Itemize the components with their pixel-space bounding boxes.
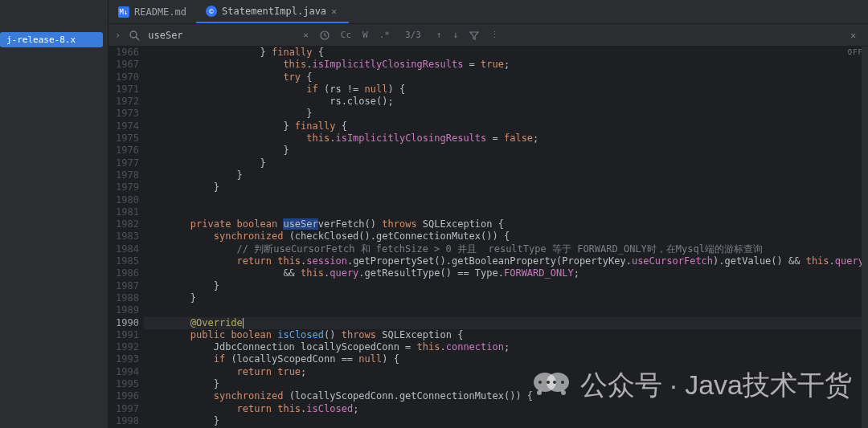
- code-line[interactable]: return this.session.getPropertySet().get…: [144, 255, 868, 267]
- sidebar: j-release-8.x: [0, 0, 108, 428]
- line-number: 1987: [108, 280, 139, 292]
- code-line[interactable]: synchronized (locallyScopedConn.getConne…: [144, 390, 868, 402]
- line-number: 1997: [108, 403, 139, 415]
- search-count: 3/3: [405, 30, 421, 40]
- code-line[interactable]: if (rs != null) {: [144, 84, 868, 96]
- svg-point-0: [130, 31, 137, 38]
- line-number: 1977: [108, 157, 139, 169]
- filter-icon[interactable]: [467, 29, 481, 42]
- code-line[interactable]: @Override: [144, 317, 868, 329]
- line-number: 1978: [108, 169, 139, 181]
- code-line[interactable]: && this.query.getResultType() == Type.FO…: [144, 267, 868, 279]
- tab-bar: M↓ README.md © StatementImpl.java ✕: [108, 0, 868, 24]
- line-number: 1994: [108, 366, 139, 378]
- line-number: 1972: [108, 96, 139, 108]
- code-line[interactable]: return true;: [144, 366, 868, 378]
- regex-button[interactable]: .*: [377, 28, 392, 42]
- line-number: 1984: [108, 243, 139, 255]
- line-number: 1974: [108, 120, 139, 132]
- tab-readme[interactable]: M↓ README.md: [108, 0, 196, 23]
- editor[interactable]: 1966196719701971197219731974197519761977…: [108, 47, 868, 428]
- chevron-right-icon[interactable]: ›: [115, 30, 121, 41]
- line-number: 1980: [108, 194, 139, 206]
- line-number: 1970: [108, 71, 139, 84]
- tab-statementimpl[interactable]: © StatementImpl.java ✕: [196, 0, 349, 23]
- svg-line-1: [136, 37, 139, 40]
- java-icon: ©: [206, 6, 217, 17]
- markdown-icon: M↓: [118, 6, 129, 18]
- code-line[interactable]: rs.close();: [144, 96, 868, 108]
- code-line[interactable]: this.isImplicitlyClosingResults = true;: [144, 59, 868, 71]
- code-line[interactable]: [144, 206, 868, 218]
- line-number: 1991: [108, 329, 139, 341]
- line-number: 1989: [108, 304, 139, 316]
- line-number: 1967: [108, 59, 139, 71]
- line-number: 1982: [108, 218, 139, 230]
- line-number: 1986: [108, 267, 139, 279]
- code-line[interactable]: public boolean isClosed() throws SQLExce…: [144, 329, 868, 341]
- tab-label: README.md: [134, 6, 186, 18]
- gutter: 1966196719701971197219731974197519761977…: [108, 47, 144, 428]
- next-match-icon[interactable]: ↓: [450, 28, 461, 42]
- line-number: 1979: [108, 181, 139, 194]
- code-line[interactable]: }: [144, 108, 868, 120]
- minimap[interactable]: [862, 47, 868, 428]
- line-number: 1966: [108, 47, 139, 59]
- code-line[interactable]: JdbcConnection locallyScopedConn = this.…: [144, 341, 868, 353]
- line-number: 1975: [108, 132, 139, 145]
- code-line[interactable]: }: [144, 378, 868, 390]
- code-line[interactable]: }: [144, 181, 868, 194]
- line-number: 1998: [108, 415, 139, 427]
- line-number: 1996: [108, 390, 139, 402]
- main-area: M↓ README.md © StatementImpl.java ✕ › ✕ …: [108, 0, 868, 428]
- code-line[interactable]: } finally {: [144, 120, 868, 132]
- line-number: 1976: [108, 145, 139, 157]
- line-number: 1990: [108, 317, 139, 329]
- line-number: 1992: [108, 341, 139, 353]
- code-line[interactable]: }: [144, 145, 868, 157]
- tab-label: StatementImpl.java: [222, 6, 326, 17]
- prev-match-icon[interactable]: ↑: [434, 28, 444, 42]
- line-number: 1983: [108, 230, 139, 243]
- code-line[interactable]: }: [144, 415, 868, 427]
- code-line[interactable]: }: [144, 157, 868, 169]
- line-number: 1988: [108, 292, 139, 304]
- line-number: 1981: [108, 206, 139, 218]
- close-search-icon[interactable]: ✕: [850, 30, 862, 41]
- branch-label[interactable]: j-release-8.x: [0, 32, 103, 47]
- line-number: 1971: [108, 84, 139, 96]
- search-input[interactable]: [148, 30, 293, 41]
- history-icon[interactable]: [317, 29, 332, 42]
- line-number: 1995: [108, 378, 139, 390]
- code-line[interactable]: // 判断useCursorFetch 和 fetchSize > 0 并且 r…: [144, 243, 868, 255]
- whole-word-button[interactable]: W: [360, 28, 371, 42]
- code-line[interactable]: }: [144, 292, 868, 304]
- code-line[interactable]: this.isImplicitlyClosingResults = false;: [144, 132, 868, 145]
- code-line[interactable]: } finally {: [144, 47, 868, 59]
- code-line[interactable]: try {: [144, 71, 868, 84]
- code-line[interactable]: }: [144, 169, 868, 181]
- code-line[interactable]: [144, 304, 868, 316]
- code-area[interactable]: } finally { this.isImplicitlyClosingResu…: [144, 47, 868, 428]
- match-case-button[interactable]: Cc: [338, 28, 354, 42]
- line-number: 1973: [108, 108, 139, 120]
- search-bar: › ✕ Cc W .* 3/3 ↑ ↓ ⋮ ✕: [108, 24, 868, 47]
- close-icon[interactable]: ✕: [331, 7, 339, 15]
- code-line[interactable]: [144, 194, 868, 206]
- clear-icon[interactable]: ✕: [301, 28, 311, 42]
- line-number: 1985: [108, 255, 139, 267]
- code-line[interactable]: if (locallyScopedConn == null) {: [144, 353, 868, 365]
- more-icon[interactable]: ⋮: [488, 28, 502, 42]
- code-line[interactable]: synchronized (checkClosed().getConnectio…: [144, 230, 868, 243]
- search-icon: [129, 30, 140, 41]
- code-line[interactable]: return this.isClosed;: [144, 403, 868, 415]
- code-line[interactable]: }: [144, 280, 868, 292]
- code-line[interactable]: private boolean useServerFetch() throws …: [144, 218, 868, 230]
- line-number: 1993: [108, 353, 139, 365]
